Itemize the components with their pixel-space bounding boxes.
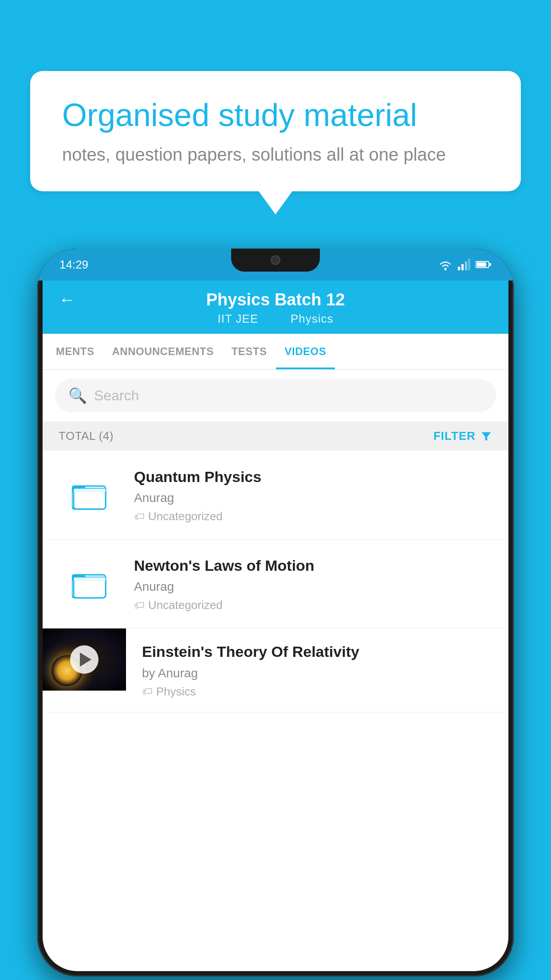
svg-rect-16 <box>74 577 106 581</box>
list-item[interactable]: Quantum Physics Anurag 🏷 Uncategorized <box>43 451 508 540</box>
search-container: 🔍 Search <box>43 370 508 421</box>
svg-rect-3 <box>465 261 467 270</box>
tag-icon: 🏷 <box>142 685 153 698</box>
status-icons <box>438 259 492 270</box>
tab-videos[interactable]: VIDEOS <box>276 334 335 369</box>
signal-icon <box>458 259 470 270</box>
subtitle-part1: IIT JEE <box>217 312 258 325</box>
item-title: Quantum Physics <box>134 467 492 486</box>
speech-bubble-subtext: notes, question papers, solutions all at… <box>62 145 489 165</box>
item-info: Einstein's Theory Of Relativity by Anura… <box>126 628 508 711</box>
item-author: Anurag <box>134 580 492 594</box>
filter-bar: TOTAL (4) FILTER <box>43 421 508 451</box>
camera <box>271 255 280 265</box>
video-list: Quantum Physics Anurag 🏷 Uncategorized <box>43 451 508 712</box>
item-icon-wrapper <box>59 560 121 609</box>
svg-rect-1 <box>458 267 460 270</box>
speech-bubble-wrapper: Organised study material notes, question… <box>30 71 521 191</box>
tab-announcements[interactable]: ANNOUNCEMENTS <box>103 334 223 369</box>
phone-mockup: 14:29 <box>37 249 514 976</box>
search-placeholder: Search <box>94 387 139 404</box>
total-count: TOTAL (4) <box>59 429 114 443</box>
video-thumbnail <box>43 628 126 691</box>
svg-point-0 <box>445 268 447 270</box>
header-subtitle: IIT JEE Physics <box>212 312 338 326</box>
play-triangle-icon <box>80 652 91 667</box>
battery-icon <box>476 260 492 269</box>
subtitle-separator <box>272 312 279 325</box>
filter-icon <box>480 430 492 443</box>
svg-rect-6 <box>489 263 491 266</box>
folder-icon <box>72 480 107 511</box>
tag-label: Physics <box>156 685 196 699</box>
filter-button[interactable]: FILTER <box>433 429 492 443</box>
tabs-bar: MENTS ANNOUNCEMENTS TESTS VIDEOS <box>43 334 508 370</box>
status-time: 14:29 <box>59 258 88 272</box>
item-title: Newton's Laws of Motion <box>134 556 492 575</box>
app-header: ← Physics Batch 12 IIT JEE Physics <box>43 281 508 334</box>
item-tag: 🏷 Uncategorized <box>134 598 492 612</box>
svg-marker-8 <box>482 432 491 440</box>
subtitle-part2: Physics <box>291 312 334 325</box>
item-author: by Anurag <box>142 666 495 680</box>
speech-bubble: Organised study material notes, question… <box>30 71 521 191</box>
header-top: ← Physics Batch 12 <box>60 290 491 309</box>
page-title: Physics Batch 12 <box>206 290 345 309</box>
item-icon-wrapper <box>59 471 121 520</box>
speech-bubble-heading: Organised study material <box>62 96 489 134</box>
search-input-box[interactable]: 🔍 Search <box>55 379 496 412</box>
svg-rect-12 <box>74 489 106 492</box>
filter-label: FILTER <box>433 429 476 443</box>
tab-ments[interactable]: MENTS <box>47 334 103 369</box>
tag-label: Uncategorized <box>148 598 223 612</box>
svg-rect-2 <box>461 264 464 270</box>
phone-screen: ← Physics Batch 12 IIT JEE Physics MENTS… <box>43 281 508 971</box>
wifi-icon <box>438 259 453 270</box>
tag-label: Uncategorized <box>148 510 223 523</box>
folder-icon <box>72 569 107 600</box>
list-item[interactable]: Newton's Laws of Motion Anurag 🏷 Uncateg… <box>43 540 508 628</box>
tab-tests[interactable]: TESTS <box>223 334 276 369</box>
list-item[interactable]: Einstein's Theory Of Relativity by Anura… <box>43 628 508 712</box>
item-tag: 🏷 Uncategorized <box>134 510 492 523</box>
back-button[interactable]: ← <box>59 290 75 309</box>
item-author: Anurag <box>134 491 492 505</box>
tag-icon: 🏷 <box>134 510 145 523</box>
status-bar: 14:29 <box>37 249 514 281</box>
notch <box>231 249 320 272</box>
item-tag: 🏷 Physics <box>142 685 495 699</box>
svg-rect-4 <box>468 259 470 270</box>
item-info: Newton's Laws of Motion Anurag 🏷 Uncateg… <box>134 556 492 612</box>
item-info: Quantum Physics Anurag 🏷 Uncategorized <box>134 467 492 523</box>
item-title: Einstein's Theory Of Relativity <box>142 642 495 661</box>
svg-rect-7 <box>476 262 486 267</box>
tag-icon: 🏷 <box>134 599 145 612</box>
search-icon: 🔍 <box>68 387 87 404</box>
play-button[interactable] <box>70 645 98 674</box>
